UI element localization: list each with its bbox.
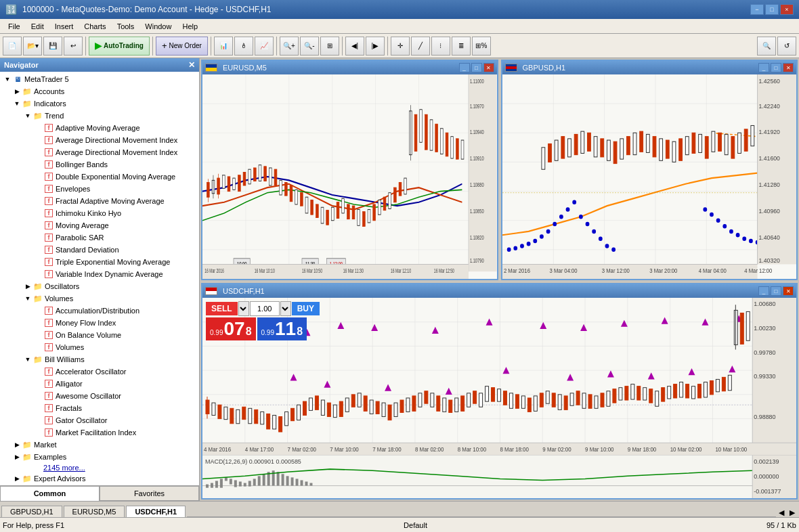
gbpusd-maximize[interactable]: □ <box>771 63 781 72</box>
toolbar-chart-candle[interactable]: 🕯 <box>234 37 253 56</box>
svg-text:16 Mar 10:50: 16 Mar 10:50 <box>302 268 322 275</box>
toolbar-line[interactable]: ╱ <box>411 37 430 56</box>
menu-edit[interactable]: Edit <box>26 21 49 32</box>
toolbar-chart-line[interactable]: 📈 <box>255 37 274 56</box>
tree-ichimoku[interactable]: f Ichimoku Kinko Hyo <box>1 207 198 219</box>
toolbar-fib[interactable]: ≣ <box>452 37 471 56</box>
tab-eurusd[interactable]: EURUSD,M5 <box>64 506 125 517</box>
tree-obv[interactable]: f On Balance Volume <box>1 329 198 341</box>
toolbar-crosshair[interactable]: ✛ <box>391 37 410 56</box>
toolbar-save[interactable]: 💾 <box>43 37 62 56</box>
usdchf-minimize[interactable]: _ <box>758 286 769 296</box>
menu-insert[interactable]: Insert <box>49 21 79 32</box>
toolbar-search[interactable]: 🔍 <box>757 37 776 56</box>
toolbar-fit[interactable]: ⊞ <box>320 37 339 56</box>
tree-admi-1[interactable]: f Average Directional Movement Index <box>1 134 198 146</box>
close-button[interactable]: × <box>780 4 794 15</box>
svg-rect-44 <box>362 212 365 227</box>
tree-oscillators[interactable]: ▶ 📁 Oscillators <box>1 280 198 292</box>
tree-psar[interactable]: f Parabolic SAR <box>1 231 198 244</box>
lot-dropdown[interactable]: ▾ <box>280 301 291 316</box>
gbpusd-chart-body[interactable]: 1.40828 1.42560 1.42240 1.41920 1.41600 … <box>502 74 797 279</box>
tree-awesome-osc[interactable]: f Awesome Oscillator <box>1 390 198 402</box>
tree-gator[interactable]: f Gator Oscillator <box>1 414 198 426</box>
tree-ea[interactable]: ▶ 📁 Expert Advisors <box>1 472 198 485</box>
tree-market[interactable]: ▶ 📁 Market <box>1 439 198 451</box>
toolbar-open[interactable]: 📂▾ <box>23 37 42 56</box>
lot-size-input[interactable] <box>250 301 280 316</box>
tree-bb[interactable]: f Bollinger Bands <box>1 158 198 171</box>
tree-fractals[interactable]: f Fractals <box>1 402 198 414</box>
tree-acc-osc[interactable]: f Accelerator Oscillator <box>1 365 198 378</box>
menu-help[interactable]: Help <box>177 21 203 32</box>
svg-rect-46 <box>373 204 376 221</box>
toolbar-new[interactable]: 📄 <box>3 37 22 56</box>
usdchf-chart-body[interactable]: SELL ▾ ▾ BUY 0.99 07 8 <box>202 298 796 498</box>
tree-bill-williams[interactable]: ▼ 📁 Bill Williams <box>1 353 198 365</box>
usdchf-close[interactable]: ✕ <box>783 286 794 296</box>
eurusd-minimize[interactable]: _ <box>459 63 470 72</box>
autotrading-button[interactable]: ▶ AutoTrading <box>89 37 150 56</box>
tree-indicators[interactable]: ▼ 📁 Indicators <box>1 97 198 110</box>
minimize-button[interactable]: − <box>750 4 764 15</box>
menu-window[interactable]: Window <box>139 21 177 32</box>
svg-rect-141 <box>633 133 636 154</box>
tree-ma[interactable]: f Moving Average <box>1 219 198 231</box>
toolbar-zoom-out[interactable]: 🔍- <box>300 37 319 56</box>
tree-metatrader5[interactable]: ▼ 🖥 MetaTrader 5 <box>1 73 198 85</box>
tree-accounts[interactable]: ▶ 📁 Accounts <box>1 85 198 97</box>
tree-dema[interactable]: f Double Exponential Moving Average <box>1 171 198 183</box>
svg-rect-360 <box>301 480 303 485</box>
tree-accum[interactable]: f Accumulation/Distribution <box>1 305 198 317</box>
sell-section: SELL ▾ ▾ BUY 0.99 07 8 <box>206 301 320 340</box>
tree-adaptive-ma[interactable]: f Adaptive Moving Average <box>1 122 198 134</box>
adaptive-ma-label: Adaptive Moving Average <box>56 124 140 132</box>
tree-volumes[interactable]: ▼ 📁 Volumes <box>1 292 198 305</box>
gbpusd-minimize[interactable]: _ <box>758 63 769 72</box>
tree-trend[interactable]: ▼ 📁 Trend <box>1 110 198 122</box>
tree-examples[interactable]: ▶ 📁 Examples <box>1 451 198 463</box>
tree-mfi-bw[interactable]: f Market Facilitation Index <box>1 426 198 439</box>
svg-rect-308 <box>716 379 719 391</box>
tree-stddev[interactable]: f Standard Deviation <box>1 244 198 256</box>
toolbar-undo[interactable]: ↩ <box>64 37 83 56</box>
tree-mfi[interactable]: f Money Flow Index <box>1 317 198 329</box>
tab-usdchf[interactable]: USDCHF,H1 <box>126 506 186 517</box>
tree-frama[interactable]: f Fractal Adaptive Moving Average <box>1 195 198 207</box>
tab-scroll-left[interactable]: ◀ <box>776 508 787 517</box>
tree-admi-2[interactable]: f Average Directional Movement Index <box>1 146 198 158</box>
toolbar-back[interactable]: ↺ <box>777 37 796 56</box>
toolbar-scroll-right[interactable]: |▶ <box>366 37 385 56</box>
svg-rect-230 <box>242 407 246 419</box>
tab-gbpusd[interactable]: GBPUSD,H1 <box>1 506 62 517</box>
tree-tema[interactable]: f Triple Exponential Moving Average <box>1 256 198 268</box>
maximize-button[interactable]: □ <box>765 4 779 15</box>
menu-charts[interactable]: Charts <box>79 21 111 32</box>
eurusd-close[interactable]: ✕ <box>483 63 494 72</box>
toolbar-period[interactable]: ⁝ <box>431 37 450 56</box>
sell-dropdown[interactable]: ▾ <box>238 301 249 316</box>
tree-more[interactable]: 2145 more... <box>1 463 198 472</box>
toolbar-zoom-in[interactable]: 🔍+ <box>280 37 299 56</box>
neworder-button[interactable]: + New Order <box>156 37 208 56</box>
tab-common[interactable]: Common <box>0 486 100 501</box>
toolbar-more[interactable]: ⊞% <box>472 37 491 56</box>
toolbar-scroll-left[interactable]: ◀| <box>345 37 364 56</box>
usdchf-maximize[interactable]: □ <box>771 286 781 296</box>
toolbar-chart-bar[interactable]: 📊 <box>214 37 233 56</box>
eurusd-chart-body[interactable]: 10:00 11:30 1 12:00 1.11000 1.10970 1.10… <box>202 74 497 279</box>
navigator-close-button[interactable]: ✕ <box>188 60 195 70</box>
menu-tools[interactable]: Tools <box>112 21 140 32</box>
tree-volumes-item[interactable]: f Volumes <box>1 341 198 353</box>
gbpusd-close[interactable]: ✕ <box>783 63 794 72</box>
tree-env[interactable]: f Envelopes <box>1 183 198 195</box>
tab-scroll-right[interactable]: ▶ <box>787 508 798 517</box>
buy-button[interactable]: BUY <box>292 302 320 315</box>
eurusd-maximize[interactable]: □ <box>471 63 482 72</box>
more-label: 2145 more... <box>43 464 85 472</box>
sell-button[interactable]: SELL <box>206 302 238 315</box>
tree-alligator[interactable]: f Alligator <box>1 378 198 390</box>
tree-vidya[interactable]: f Variable Index Dynamic Average <box>1 268 198 280</box>
menu-file[interactable]: File <box>3 21 26 32</box>
tab-favorites[interactable]: Favorites <box>100 486 199 501</box>
